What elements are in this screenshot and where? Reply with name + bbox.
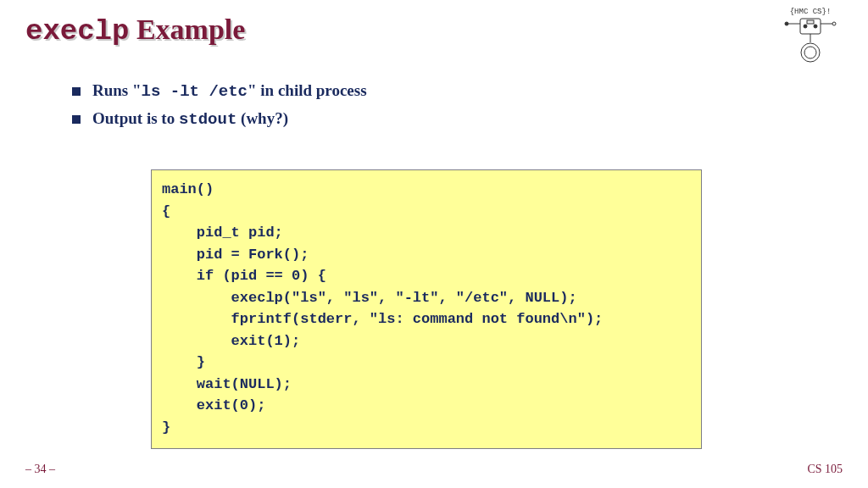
svg-point-5 [785,22,788,25]
svg-point-7 [832,22,836,25]
title-code: execlp [25,15,129,47]
bullet-item: Output is to stdout (why?) [72,109,843,129]
bullet-marker-icon [72,115,81,124]
bullet-post: " in child process [248,81,367,99]
bullet-list: Runs "ls -lt /etc" in child process Outp… [72,81,843,129]
bullet-text: Output is to stdout (why?) [92,109,288,129]
title-rest: Example [129,14,245,45]
hmc-cs-logo: {HMC CS}! [776,5,844,69]
bullet-pre: Output is to [92,109,179,127]
course-label: CS 105 [807,463,843,476]
svg-point-2 [814,25,817,28]
code-block: main() { pid_t pid; pid = Fork(); if (pi… [151,169,702,449]
svg-rect-3 [807,20,814,24]
slide: execlp Example {HMC CS}! [0,0,868,488]
bullet-marker-icon [72,87,81,96]
svg-point-1 [804,25,807,28]
slide-number: – 34 – [25,463,55,476]
bullet-text: Runs "ls -lt /etc" in child process [92,81,367,101]
svg-point-10 [804,47,816,58]
slide-title: execlp Example [25,14,245,47]
bullet-item: Runs "ls -lt /etc" in child process [72,81,843,101]
bullet-mono: ls -lt /etc [142,82,248,101]
logo-text: {HMC CS}! [790,8,832,16]
bullet-mono: stdout [179,110,236,129]
bullet-post: (why?) [236,109,288,127]
bullet-pre: Runs " [92,81,142,99]
